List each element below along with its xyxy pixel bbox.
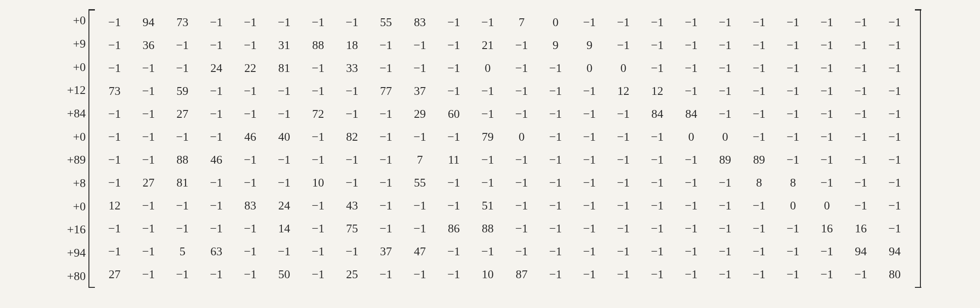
matrix-cell: −1	[776, 16, 810, 29]
matrix-cell: −1	[573, 107, 606, 121]
matrix-cell: −1	[539, 245, 573, 258]
matrix-cell: −1	[369, 222, 403, 236]
matrix-cell: 0	[539, 16, 573, 29]
matrix-cell: −1	[539, 84, 573, 98]
matrix-cell: −1	[878, 16, 912, 29]
matrix-cell: 81	[165, 176, 199, 190]
matrix-cell: 89	[708, 153, 742, 167]
table-row: 12−1−1−18324−143−1−1−151−1−1−1−1−1−1−1−1…	[98, 194, 912, 217]
matrix-cell: 8	[742, 176, 776, 190]
matrix-cell: −1	[132, 268, 165, 281]
matrix-cell: −1	[132, 153, 165, 167]
matrix-cell: 51	[471, 199, 505, 213]
matrix-cell: −1	[165, 268, 199, 281]
matrix-cell: −1	[573, 130, 606, 144]
matrix-cell: −1	[640, 245, 674, 258]
matrix-cell: −1	[471, 245, 505, 258]
matrix-cell: −1	[674, 176, 708, 190]
row-label: +84	[59, 102, 86, 125]
matrix-cell: −1	[708, 107, 742, 121]
matrix-cell: −1	[437, 61, 471, 75]
matrix-cell: −1	[199, 176, 233, 190]
matrix-cell: −1	[674, 38, 708, 52]
matrix-cell: 88	[471, 222, 505, 236]
matrix-cell: −1	[776, 38, 810, 52]
matrix-cell: −1	[199, 222, 233, 236]
matrix-cell: −1	[742, 38, 776, 52]
matrix-cell: −1	[810, 38, 844, 52]
matrix-cell: −1	[674, 199, 708, 213]
matrix-cell: −1	[98, 176, 132, 190]
matrix-cell: −1	[606, 107, 640, 121]
matrix-cell: −1	[539, 153, 573, 167]
matrix-cell: 9	[539, 38, 573, 52]
matrix-cell: −1	[878, 176, 912, 190]
matrix-cell: −1	[132, 107, 165, 121]
row-labels-column: +0+9+0+12+84+0+89+8+0+16+94+80	[59, 9, 88, 288]
matrix-cell: −1	[606, 153, 640, 167]
matrix-cell: 83	[403, 16, 437, 29]
table-row: −19473−1−1−1−1−15583−1−170−1−1−1−1−1−1−1…	[98, 11, 912, 34]
matrix-cell: −1	[98, 38, 132, 52]
matrix-cell: 12	[98, 199, 132, 213]
matrix-cell: −1	[505, 38, 539, 52]
matrix-cell: −1	[742, 199, 776, 213]
table-row: −1−18846−1−1−1−1−1711−1−1−1−1−1−1−18989−…	[98, 148, 912, 171]
matrix-cell: −1	[132, 222, 165, 236]
matrix-cell: 63	[199, 245, 233, 258]
row-label: +80	[59, 265, 86, 288]
matrix-cell: 80	[878, 268, 912, 281]
matrix-cell: 10	[471, 268, 505, 281]
matrix-cell: −1	[573, 153, 606, 167]
matrix-cell: −1	[708, 38, 742, 52]
row-label: +0	[59, 126, 86, 148]
matrix-cell: −1	[742, 107, 776, 121]
row-label: +12	[59, 79, 86, 102]
matrix-cell: −1	[640, 16, 674, 29]
matrix-cell: −1	[335, 176, 369, 190]
matrix-cell: 5	[165, 245, 199, 258]
matrix-cell: −1	[878, 153, 912, 167]
matrix-cell: −1	[640, 176, 674, 190]
matrix-cell: −1	[742, 61, 776, 75]
matrix-cell: −1	[437, 38, 471, 52]
matrix-cell: 31	[267, 38, 301, 52]
matrix-cell: −1	[539, 199, 573, 213]
matrix-cell: −1	[844, 107, 878, 121]
matrix-cell: −1	[369, 107, 403, 121]
matrix-cell: −1	[708, 84, 742, 98]
matrix-cell: −1	[437, 268, 471, 281]
table-row: −1−1−1242281−133−1−1−10−1−100−1−1−1−1−1−…	[98, 57, 912, 80]
matrix-cell: 81	[267, 61, 301, 75]
matrix-body: −19473−1−1−1−1−15583−1−170−1−1−1−1−1−1−1…	[94, 9, 915, 288]
matrix-cell: 24	[267, 199, 301, 213]
matrix-cell: −1	[267, 107, 301, 121]
matrix-cell: −1	[403, 130, 437, 144]
matrix-cell: −1	[539, 268, 573, 281]
matrix-cell: 0	[810, 199, 844, 213]
matrix-cell: −1	[369, 130, 403, 144]
matrix-cell: −1	[573, 268, 606, 281]
matrix-cell: −1	[539, 107, 573, 121]
matrix-cell: −1	[708, 199, 742, 213]
matrix-cell: −1	[98, 16, 132, 29]
matrix-cell: 37	[369, 245, 403, 258]
matrix-cell: 9	[573, 38, 606, 52]
matrix-cell: 89	[742, 153, 776, 167]
matrix-cell: −1	[301, 199, 335, 213]
matrix-cell: −1	[403, 61, 437, 75]
table-row: 73−159−1−1−1−1−17737−1−1−1−1−11212−1−1−1…	[98, 80, 912, 103]
matrix-cell: −1	[539, 176, 573, 190]
matrix-cell: −1	[708, 61, 742, 75]
matrix-cell: −1	[776, 222, 810, 236]
matrix-cell: 47	[403, 245, 437, 258]
matrix-cell: −1	[573, 84, 606, 98]
matrix-cell: −1	[640, 222, 674, 236]
matrix-cell: −1	[573, 176, 606, 190]
matrix-cell: −1	[437, 245, 471, 258]
matrix-cell: −1	[132, 130, 165, 144]
matrix-cell: −1	[742, 84, 776, 98]
matrix-cell: −1	[165, 199, 199, 213]
row-label: +16	[59, 218, 86, 241]
matrix-cell: −1	[267, 84, 301, 98]
